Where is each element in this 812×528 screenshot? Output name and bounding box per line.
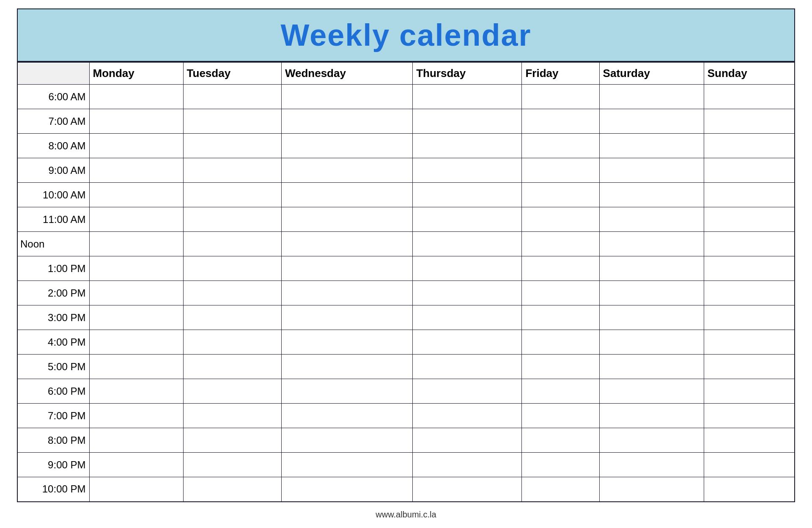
day-cell[interactable] [413,305,522,330]
day-cell[interactable] [599,305,704,330]
day-cell[interactable] [183,305,281,330]
day-cell[interactable] [522,232,599,256]
day-cell[interactable] [89,305,183,330]
day-cell[interactable] [704,305,795,330]
day-cell[interactable] [704,134,795,158]
day-cell[interactable] [522,404,599,428]
day-cell[interactable] [89,85,183,109]
day-cell[interactable] [599,183,704,207]
day-cell[interactable] [89,379,183,404]
day-cell[interactable] [413,379,522,404]
day-cell[interactable] [183,453,281,477]
day-cell[interactable] [281,232,412,256]
day-cell[interactable] [704,428,795,453]
day-cell[interactable] [599,477,704,502]
day-cell[interactable] [522,158,599,183]
day-cell[interactable] [704,256,795,281]
day-cell[interactable] [704,183,795,207]
day-cell[interactable] [281,183,412,207]
day-cell[interactable] [89,428,183,453]
day-cell[interactable] [183,158,281,183]
day-cell[interactable] [599,85,704,109]
day-cell[interactable] [522,281,599,305]
day-cell[interactable] [183,183,281,207]
day-cell[interactable] [413,207,522,232]
day-cell[interactable] [281,379,412,404]
day-cell[interactable] [413,232,522,256]
day-cell[interactable] [522,256,599,281]
day-cell[interactable] [599,158,704,183]
day-cell[interactable] [281,134,412,158]
day-cell[interactable] [183,281,281,305]
day-cell[interactable] [281,404,412,428]
day-cell[interactable] [183,207,281,232]
day-cell[interactable] [281,109,412,134]
day-cell[interactable] [522,453,599,477]
day-cell[interactable] [704,281,795,305]
day-cell[interactable] [89,404,183,428]
day-cell[interactable] [599,281,704,305]
day-cell[interactable] [281,207,412,232]
day-cell[interactable] [599,256,704,281]
day-cell[interactable] [599,109,704,134]
day-cell[interactable] [522,428,599,453]
day-cell[interactable] [704,355,795,379]
day-cell[interactable] [599,232,704,256]
day-cell[interactable] [89,281,183,305]
day-cell[interactable] [704,330,795,355]
day-cell[interactable] [281,305,412,330]
day-cell[interactable] [522,183,599,207]
day-cell[interactable] [183,404,281,428]
day-cell[interactable] [281,477,412,502]
day-cell[interactable] [413,134,522,158]
day-cell[interactable] [413,281,522,305]
day-cell[interactable] [89,355,183,379]
day-cell[interactable] [599,134,704,158]
day-cell[interactable] [522,379,599,404]
day-cell[interactable] [522,477,599,502]
day-cell[interactable] [413,109,522,134]
day-cell[interactable] [183,379,281,404]
day-cell[interactable] [183,477,281,502]
day-cell[interactable] [704,404,795,428]
day-cell[interactable] [704,109,795,134]
day-cell[interactable] [281,355,412,379]
day-cell[interactable] [522,85,599,109]
day-cell[interactable] [522,207,599,232]
day-cell[interactable] [183,109,281,134]
day-cell[interactable] [89,232,183,256]
day-cell[interactable] [89,256,183,281]
day-cell[interactable] [413,256,522,281]
day-cell[interactable] [89,207,183,232]
day-cell[interactable] [704,158,795,183]
day-cell[interactable] [281,85,412,109]
day-cell[interactable] [183,232,281,256]
day-cell[interactable] [522,355,599,379]
day-cell[interactable] [281,158,412,183]
day-cell[interactable] [89,453,183,477]
day-cell[interactable] [89,158,183,183]
day-cell[interactable] [413,453,522,477]
day-cell[interactable] [522,305,599,330]
day-cell[interactable] [704,207,795,232]
day-cell[interactable] [89,330,183,355]
day-cell[interactable] [281,330,412,355]
day-cell[interactable] [704,477,795,502]
day-cell[interactable] [413,404,522,428]
day-cell[interactable] [599,330,704,355]
day-cell[interactable] [183,134,281,158]
day-cell[interactable] [281,256,412,281]
day-cell[interactable] [413,355,522,379]
day-cell[interactable] [704,232,795,256]
day-cell[interactable] [183,428,281,453]
day-cell[interactable] [89,477,183,502]
day-cell[interactable] [281,281,412,305]
day-cell[interactable] [281,453,412,477]
day-cell[interactable] [183,330,281,355]
day-cell[interactable] [281,428,412,453]
day-cell[interactable] [704,85,795,109]
day-cell[interactable] [413,158,522,183]
day-cell[interactable] [599,207,704,232]
day-cell[interactable] [413,428,522,453]
day-cell[interactable] [599,379,704,404]
